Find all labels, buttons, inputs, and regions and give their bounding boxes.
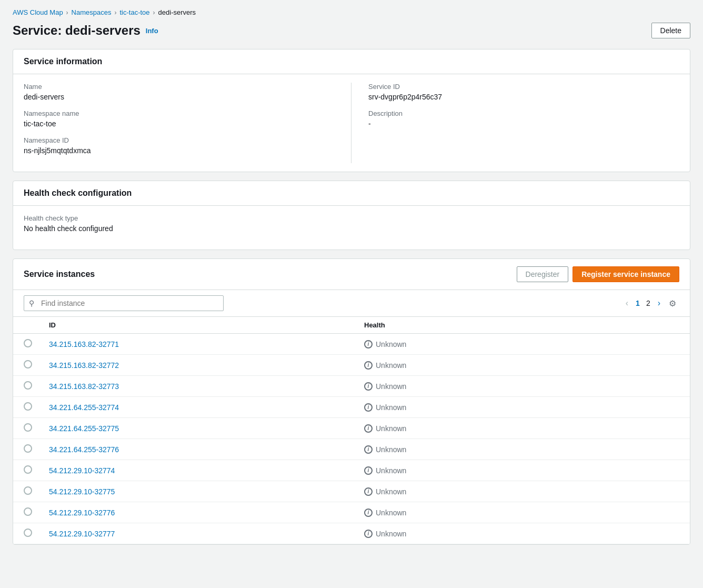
unknown-health-icon: i (364, 466, 373, 475)
service-info-grid: Name dedi-servers Namespace name tic-tac… (24, 83, 679, 163)
row-health-5: i Unknown (364, 445, 679, 454)
row-id-2[interactable]: 34.215.163.82-32773 (49, 382, 364, 391)
col-id-header: ID (49, 321, 364, 329)
instances-actions: Deregister Register service instance (517, 266, 679, 282)
service-instances-card: Service instances Deregister Register se… (13, 258, 690, 545)
unknown-health-icon: i (364, 530, 373, 538)
unknown-health-icon: i (364, 361, 373, 370)
page-2[interactable]: 2 (644, 299, 652, 307)
health-label: Unknown (376, 530, 406, 538)
health-label: Unknown (376, 445, 406, 454)
next-page-button[interactable]: › (655, 296, 664, 310)
row-health-9: i Unknown (364, 530, 679, 538)
settings-icon[interactable]: ⚙ (666, 296, 679, 311)
row-health-8: i Unknown (364, 509, 679, 517)
row-id-9[interactable]: 54.212.29.10-32777 (49, 530, 364, 538)
table-row: 54.212.29.10-32775 i Unknown (13, 481, 690, 502)
field-namespace-name: Namespace name tic-tac-toe (24, 109, 343, 128)
unknown-health-icon: i (364, 340, 373, 348)
row-health-6: i Unknown (364, 466, 679, 475)
breadcrumb-current: dedi-servers (158, 8, 196, 16)
row-select-cell (24, 381, 49, 391)
row-select-cell (24, 360, 49, 370)
search-input[interactable] (24, 295, 224, 311)
row-id-3[interactable]: 34.221.64.255-32774 (49, 403, 364, 412)
row-radio-4[interactable] (24, 423, 32, 432)
col-health-header: Health (364, 321, 679, 329)
row-select-cell (24, 507, 49, 517)
row-radio-6[interactable] (24, 465, 32, 474)
breadcrumb-namespaces[interactable]: Namespaces (72, 8, 112, 16)
row-select-cell (24, 402, 49, 412)
table-row: 34.221.64.255-32774 i Unknown (13, 397, 690, 418)
row-radio-9[interactable] (24, 529, 32, 537)
search-icon: ⚲ (29, 299, 34, 307)
unknown-health-icon: i (364, 424, 373, 433)
unknown-health-icon: i (364, 487, 373, 496)
table-row: 34.215.163.82-32772 i Unknown (13, 355, 690, 376)
row-id-5[interactable]: 34.221.64.255-32776 (49, 445, 364, 454)
field-health-check-type: Health check type No health check config… (24, 214, 679, 233)
search-bar: ⚲ ‹ 1 2 › ⚙ (13, 290, 690, 317)
register-service-instance-button[interactable]: Register service instance (573, 266, 679, 282)
service-info-body: Name dedi-servers Namespace name tic-tac… (13, 74, 690, 172)
health-label: Unknown (376, 509, 406, 517)
service-info-title: Service information (13, 49, 690, 74)
row-radio-3[interactable] (24, 402, 32, 411)
service-info-right: Service ID srv-dvgpr6p2p4r56c37 Descript… (352, 83, 679, 163)
row-id-7[interactable]: 54.212.29.10-32775 (49, 487, 364, 496)
unknown-health-icon: i (364, 445, 373, 454)
row-id-0[interactable]: 34.215.163.82-32771 (49, 340, 364, 348)
health-label: Unknown (376, 424, 406, 433)
prev-page-button[interactable]: ‹ (622, 296, 631, 310)
info-link[interactable]: Info (146, 27, 158, 35)
health-label: Unknown (376, 340, 406, 348)
service-info-card: Service information Name dedi-servers Na… (13, 49, 690, 172)
health-label: Unknown (376, 487, 406, 496)
row-health-2: i Unknown (364, 382, 679, 391)
page-1[interactable]: 1 (634, 299, 642, 307)
row-select-cell (24, 465, 49, 475)
row-id-6[interactable]: 54.212.29.10-32774 (49, 466, 364, 475)
table-header: ID Health (13, 317, 690, 334)
service-info-left: Name dedi-servers Namespace name tic-tac… (24, 83, 352, 163)
row-radio-0[interactable] (24, 339, 32, 347)
health-check-title: Health check configuration (13, 181, 690, 206)
breadcrumb-tic-tac-toe[interactable]: tic-tac-toe (119, 8, 149, 16)
row-id-4[interactable]: 34.221.64.255-32775 (49, 424, 364, 433)
health-label: Unknown (376, 382, 406, 391)
page-title: Service: dedi-servers Info (13, 23, 158, 38)
row-radio-5[interactable] (24, 444, 32, 453)
row-radio-8[interactable] (24, 507, 32, 516)
pagination-controls: ‹ 1 2 › ⚙ (622, 296, 679, 311)
table-row: 54.212.29.10-32776 i Unknown (13, 502, 690, 523)
col-select (24, 321, 49, 329)
breadcrumb-sep-3: › (153, 9, 155, 16)
row-radio-7[interactable] (24, 486, 32, 495)
instances-header: Service instances Deregister Register se… (13, 259, 690, 290)
row-radio-2[interactable] (24, 381, 32, 390)
row-select-cell (24, 444, 49, 454)
health-label: Unknown (376, 466, 406, 475)
row-health-3: i Unknown (364, 403, 679, 412)
search-wrapper: ⚲ (24, 295, 224, 311)
row-id-8[interactable]: 54.212.29.10-32776 (49, 509, 364, 517)
delete-button[interactable]: Delete (651, 23, 690, 38)
deregister-button[interactable]: Deregister (517, 266, 569, 282)
row-select-cell (24, 339, 49, 349)
row-health-1: i Unknown (364, 361, 679, 370)
breadcrumb-aws-cloud-map[interactable]: AWS Cloud Map (13, 8, 63, 16)
table-row: 34.221.64.255-32776 i Unknown (13, 439, 690, 460)
field-description: Description - (368, 109, 679, 128)
health-label: Unknown (376, 403, 406, 412)
row-radio-1[interactable] (24, 360, 32, 368)
table-row: 54.212.29.10-32774 i Unknown (13, 460, 690, 481)
page-header: Service: dedi-servers Info Delete (13, 23, 690, 38)
breadcrumb-sep-2: › (114, 9, 116, 16)
table-row: 34.215.163.82-32771 i Unknown (13, 334, 690, 355)
instances-table: ID Health 34.215.163.82-32771 i Unknown … (13, 317, 690, 544)
field-namespace-id: Namespace ID ns-njlsj5mqtqtdxmca (24, 136, 343, 155)
row-select-cell (24, 486, 49, 496)
unknown-health-icon: i (364, 382, 373, 391)
row-id-1[interactable]: 34.215.163.82-32772 (49, 361, 364, 370)
